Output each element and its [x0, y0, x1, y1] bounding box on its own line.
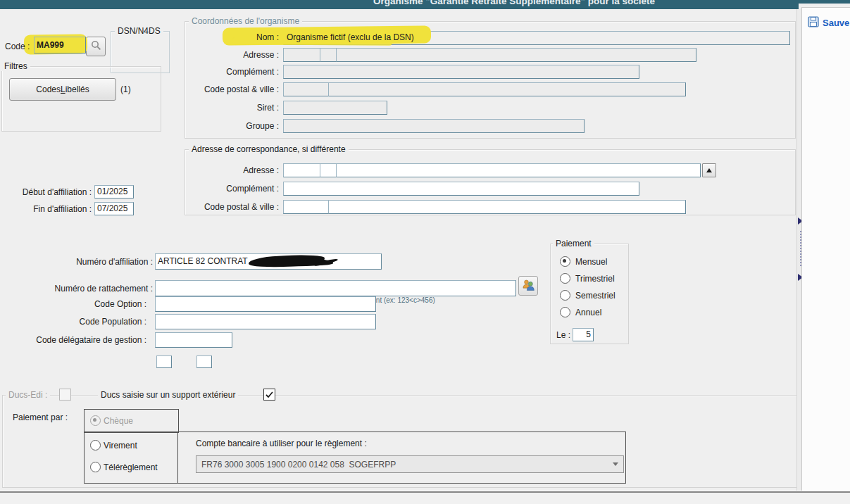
ducs-edi-checkbox[interactable] [59, 389, 71, 401]
groupe-field[interactable] [283, 119, 585, 133]
nom-label: Nom : [162, 32, 279, 42]
radio-trimestriel[interactable] [560, 273, 570, 284]
adresse-voie-field[interactable] [336, 48, 696, 62]
radio-virement[interactable] [90, 440, 101, 451]
ducs-edi-label: Ducs-Edi : [6, 391, 50, 400]
radio-semestriel-label: Semestriel [575, 291, 615, 301]
corr-complement-label: Complément : [162, 184, 279, 194]
reglement-radio-column: Virement Télérèglement [85, 432, 178, 483]
correspondance-title: Adresse de correspondance, si différente [189, 145, 349, 154]
reglement-box: Virement Télérèglement Compte bancaire à… [84, 431, 626, 484]
le-label: Le : [549, 330, 570, 340]
corr-complement-field[interactable] [283, 182, 639, 196]
save-button[interactable]: Sauve [808, 16, 849, 30]
code-option-label: Code Option : [14, 299, 146, 309]
debut-affiliation-label: Début d'affiliation : [4, 187, 92, 197]
numero-affiliation-label: Numéro d'affiliation : [28, 257, 153, 267]
debut-affiliation-field[interactable]: 01/2025 [94, 185, 134, 199]
compte-bancaire-value: FR76 3000 3005 1900 0200 0142 058 SOGEFR… [201, 460, 396, 470]
two-people-icon [521, 278, 535, 294]
dropdown-arrow-icon [613, 462, 618, 466]
compte-bancaire-dropdown[interactable]: FR76 3000 3005 1900 0200 0142 058 SOGEFR… [196, 455, 624, 473]
salarie-lookup-button[interactable] [518, 276, 538, 296]
extra-box-1[interactable] [156, 355, 172, 368]
check-icon [265, 390, 274, 399]
adresse-bis-field[interactable] [320, 48, 337, 62]
code-population-field[interactable] [155, 314, 376, 329]
radio-annuel[interactable] [560, 307, 570, 317]
save-icon [808, 16, 819, 30]
corr-cp-ville-label: Code postal & ville : [162, 202, 279, 212]
extra-box-2[interactable] [196, 355, 212, 368]
code-delegataire-label: Code délégataire de gestion : [14, 335, 146, 345]
siret-field[interactable] [283, 101, 387, 115]
corr-adresse-label: Adresse : [162, 165, 279, 175]
radio-annuel-label: Annuel [575, 308, 601, 317]
corr-ville-field[interactable] [328, 200, 686, 214]
code-delegataire-field[interactable] [155, 332, 232, 348]
numero-rattachement-field[interactable] [155, 280, 516, 296]
search-icon [91, 40, 101, 53]
ducs-saisie-label: Ducs saisie sur un support extérieur [98, 391, 238, 400]
numero-rattachement-label: Numéro de rattachement : [28, 284, 153, 294]
code-population-label: Code Population : [14, 317, 146, 327]
radio-cheque[interactable] [90, 415, 101, 426]
complement-label: Complément : [162, 67, 279, 77]
filtres-count: (1) [120, 84, 131, 94]
corr-adresse-bis-field[interactable] [320, 163, 337, 177]
cp-ville-label: Code postal & ville : [162, 84, 279, 94]
code-input[interactable]: MA999 [34, 37, 86, 53]
codes-libelles-button[interactable]: Codes Libellés [9, 78, 116, 101]
le-field[interactable]: 5 [573, 328, 594, 341]
radio-virement-label: Virement [104, 441, 137, 451]
cheque-box: Chèque [84, 409, 179, 433]
paiement-title: Paiement [553, 239, 594, 248]
radio-trimestriel-label: Trimestriel [575, 274, 615, 284]
compte-bancaire-label: Compte bancaire à utiliser pour le règle… [196, 439, 367, 448]
actions-panel: Sauve [801, 7, 850, 491]
coordonnees-title: Coordonnées de l'organisme [189, 17, 302, 26]
paiement-par-label: Paiement par : [13, 412, 68, 422]
adresse-num-field[interactable] [283, 48, 321, 62]
corr-cp-field[interactable] [283, 200, 330, 214]
up-arrow-icon [706, 168, 712, 172]
radio-telereglement-label: Télérèglement [104, 462, 158, 472]
ville-field[interactable] [328, 82, 686, 96]
window-title-bar: Organisme "Garantie Retraite Supplémenta… [0, 0, 799, 9]
organisme-window: Organisme "Garantie Retraite Supplémenta… [0, 0, 850, 504]
scroll-up-button[interactable] [702, 163, 716, 177]
ducs-saisie-checkbox[interactable] [263, 389, 275, 401]
siret-label: Siret : [162, 103, 279, 113]
adresse-label: Adresse : [162, 50, 279, 60]
fin-affiliation-field[interactable]: 07/2025 [94, 202, 134, 215]
window-title: Organisme "Garantie Retraite Supplémenta… [0, 0, 799, 6]
corr-adresse-voie-field[interactable] [336, 163, 701, 177]
filtres-title: Filtres [1, 62, 30, 71]
code-option-field[interactable] [155, 296, 376, 312]
radio-semestriel[interactable] [560, 290, 570, 301]
fin-affiliation-label: Fin d'affiliation : [4, 204, 92, 214]
corr-adresse-num-field[interactable] [283, 163, 321, 177]
code-label: Code : [5, 42, 30, 51]
window-title-strip [799, 0, 850, 4]
radio-cheque-label: Chèque [104, 416, 133, 426]
complement-field[interactable] [283, 65, 639, 79]
save-label: Sauve [823, 18, 849, 28]
bottom-strip [0, 493, 850, 504]
search-button[interactable] [86, 37, 106, 56]
codes-libelles-label-pre: Codes [36, 84, 61, 94]
radio-mensuel-label: Mensuel [575, 257, 607, 267]
nom-value: Organisme fictif (exclu de la DSN) [287, 32, 414, 42]
cp-field[interactable] [283, 82, 330, 96]
radio-telereglement[interactable] [90, 462, 101, 472]
groupe-label: Groupe : [162, 121, 279, 131]
codes-libelles-label-accel: L [61, 84, 65, 94]
codes-libelles-label-post: ibellés [65, 84, 89, 94]
radio-mensuel[interactable] [560, 256, 570, 267]
dsn-n4ds-title: DSN/N4DS [115, 27, 163, 36]
